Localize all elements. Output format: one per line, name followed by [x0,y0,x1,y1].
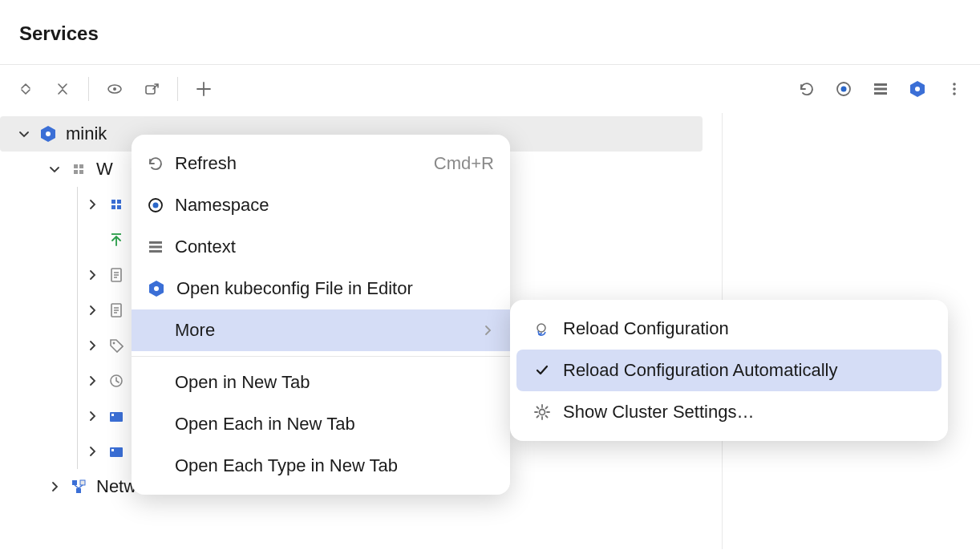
check-icon [533,363,552,378]
context-icon [148,239,164,255]
chevron-right-icon [86,374,99,387]
menu-item-show-cluster-settings[interactable]: Show Cluster Settings… [516,391,942,433]
menu-item-context[interactable]: Context [132,226,510,268]
menu-item-label: Open kubeconfig File in Editor [176,278,494,299]
menu-item-open-new-tab[interactable]: Open in New Tab [132,362,510,403]
menu-item-open-kubeconfig[interactable]: Open kubeconfig File in Editor [132,268,510,309]
menu-separator [132,356,510,357]
menu-item-label: Show Cluster Settings… [563,402,925,423]
kubernetes-icon [148,280,165,297]
menu-item-label: Open in New Tab [175,372,494,393]
menu-item-open-each-new-tab[interactable]: Open Each in New Tab [132,403,510,445]
chevron-right-icon [86,339,99,352]
toolbar [0,65,980,113]
box-icon [107,409,126,423]
upload-icon [107,233,126,247]
tree-node-label: minik [66,123,107,144]
chevron-right-icon [86,269,99,281]
context-menu: Refresh Cmd+R Namespace Context Open kub… [132,135,510,495]
panel-title: Services [0,0,980,65]
chevron-right-icon [48,480,61,493]
menu-item-more[interactable]: More [132,309,510,351]
menu-item-label: Context [175,237,494,257]
chevron-right-icon [86,445,99,458]
reload-config-icon [533,321,552,337]
menu-item-label: Open Each Type in New Tab [175,455,494,476]
menu-item-reload-config-auto[interactable]: Reload Configuration Automatically [516,350,942,391]
doc-icon [107,267,126,283]
chevron-down-icon [48,163,61,176]
chevron-right-icon [86,304,99,317]
doc-icon [107,302,126,318]
context-button[interactable] [868,76,893,102]
add-button[interactable] [191,76,217,102]
view-button[interactable] [102,76,128,102]
namespace-button[interactable] [831,76,856,102]
expand-all-button[interactable] [13,76,38,102]
menu-item-label: More [175,320,470,341]
panel-title-text: Services [19,22,99,44]
namespace-icon [148,197,164,213]
menu-item-open-each-type-new-tab[interactable]: Open Each Type in New Tab [132,445,510,487]
chevron-right-icon [481,324,494,337]
gear-icon [533,403,552,421]
box-icon [107,444,126,459]
collapse-all-button[interactable] [50,76,75,102]
tree-node-label: W [96,159,113,180]
network-icon [69,479,88,495]
menu-item-label: Namespace [175,195,494,216]
kubernetes-icon [38,125,58,143]
more-button[interactable] [942,76,967,102]
chevron-down-icon [18,127,30,140]
chevron-right-icon [86,410,99,423]
menu-item-refresh[interactable]: Refresh Cmd+R [132,143,510,184]
menu-item-label: Open Each in New Tab [175,414,494,435]
refresh-icon [148,156,164,171]
menu-item-reload-config[interactable]: Reload Configuration [516,308,942,350]
menu-item-namespace[interactable]: Namespace [132,184,510,226]
menu-item-label: Refresh [175,153,423,174]
tag-icon [107,338,126,353]
toolbar-separator [177,77,178,101]
menu-item-shortcut: Cmd+R [434,153,494,174]
chevron-right-icon [86,198,99,211]
toolbar-separator [88,77,89,101]
menu-item-label: Reload Configuration [563,318,925,339]
clock-icon [107,374,126,388]
grid-icon [69,163,88,176]
open-tab-button[interactable] [139,76,164,102]
refresh-button[interactable] [794,76,820,102]
kubernetes-button[interactable] [905,76,930,102]
context-submenu: Reload Configuration Reload Configuratio… [510,300,948,441]
grid-icon [107,198,126,211]
menu-item-label: Reload Configuration Automatically [563,360,925,381]
